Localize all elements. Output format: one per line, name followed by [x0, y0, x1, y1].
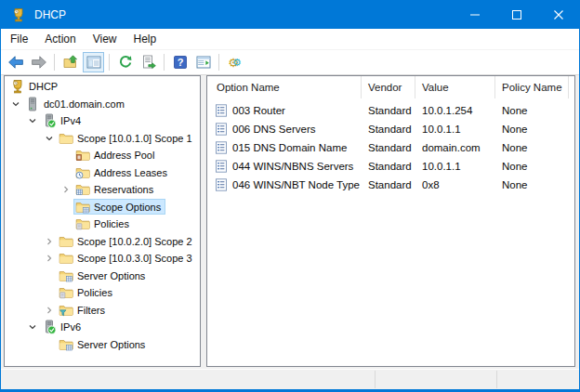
minimize-button[interactable]: [454, 1, 495, 29]
tree-item-label: Address Leases: [94, 167, 167, 178]
window-controls: [454, 1, 579, 29]
table-cell: 003 Router: [207, 104, 362, 117]
tree-item-filters[interactable]: Filters: [5, 302, 200, 320]
help-icon: ?: [173, 55, 188, 70]
tree-node: Server Options: [57, 336, 150, 352]
tree-node: DHCP: [8, 79, 62, 95]
show-console-tree-button[interactable]: [83, 52, 104, 72]
cell-text: None: [502, 105, 528, 116]
folder-pool-icon: [75, 148, 90, 163]
tree-item-label: Address Pool: [94, 150, 154, 161]
table-cell: 0x8: [415, 179, 495, 190]
table-cell: 10.0.1.1: [415, 124, 495, 135]
collapsed-chevron-icon[interactable]: [42, 251, 57, 266]
table-cell: None: [495, 142, 569, 153]
up-one-level-button[interactable]: [59, 52, 81, 72]
chevron-slot: [59, 148, 73, 163]
cell-text: Standard: [368, 161, 412, 172]
expanded-chevron-icon[interactable]: [42, 131, 57, 146]
forward-arrow-icon: [31, 55, 47, 70]
chevron-slot: [59, 216, 73, 231]
table-cell: 044 WINS/NBNS Servers: [207, 160, 362, 173]
column-header-vendor[interactable]: Vendor: [362, 76, 415, 98]
expanded-chevron-icon[interactable]: [8, 97, 23, 111]
chevron-slot: [59, 200, 73, 215]
tree-item-scope-10-0-3-0-scope-3[interactable]: Scope [10.0.3.0] Scope 3: [5, 250, 200, 268]
table-row[interactable]: 006 DNS ServersStandard10.0.1.1None: [207, 120, 574, 138]
close-icon: [554, 10, 563, 20]
forward-button[interactable]: [28, 52, 49, 72]
window-border: [1, 389, 579, 391]
export-list-button[interactable]: [138, 52, 159, 72]
tree-item-ipv6[interactable]: IPv6: [5, 319, 200, 336]
collapsed-chevron-icon[interactable]: [59, 182, 73, 197]
column-header-option-name[interactable]: Option Name: [207, 76, 362, 98]
cell-text: None: [502, 161, 528, 172]
menu-view[interactable]: View: [85, 30, 125, 48]
option-icon: [215, 104, 228, 117]
list-body: 003 RouterStandard10.0.1.254None006 DNS …: [207, 98, 574, 194]
tree-item-scope-10-0-1-0-scope-1[interactable]: Scope [10.0.1.0] Scope 1: [5, 130, 200, 148]
cell-text: domain.com: [422, 142, 481, 153]
table-row[interactable]: 015 DNS Domain NameStandarddomain.comNon…: [207, 138, 574, 157]
table-cell: None: [495, 161, 569, 172]
table-cell: 10.0.1.1: [415, 161, 495, 172]
cell-text: 0x8: [422, 179, 440, 190]
table-cell: Standard: [362, 105, 415, 116]
cell-text: Standard: [368, 179, 412, 190]
tree-item-ipv4[interactable]: IPv4: [5, 112, 200, 130]
tree-item-server-options[interactable]: Server Options: [5, 268, 200, 285]
option-icon: [215, 178, 228, 191]
tree-node: Address Pool: [73, 148, 159, 163]
column-header-value[interactable]: Value: [415, 76, 495, 98]
tree-item-scope-options[interactable]: Scope Options: [5, 199, 200, 216]
table-cell: Standard: [362, 161, 415, 172]
back-button[interactable]: [5, 52, 26, 72]
tree-node: Scope [10.0.3.0] Scope 3: [57, 251, 197, 267]
tree-node: Reservations: [73, 182, 158, 198]
menu-help[interactable]: Help: [125, 30, 165, 48]
tree-node: IPv6: [40, 320, 86, 335]
tree-item-label: Policies: [77, 287, 112, 298]
table-row[interactable]: 044 WINS/NBNS ServersStandard10.0.1.1Non…: [207, 157, 574, 176]
menu-file[interactable]: File: [2, 30, 36, 48]
titlebar[interactable]: DHCP: [1, 1, 579, 29]
cell-text: None: [502, 179, 528, 190]
collapsed-chevron-icon[interactable]: [42, 234, 57, 249]
close-button[interactable]: [537, 1, 579, 29]
tree-item-address-leases[interactable]: Address Leases: [5, 164, 200, 182]
configure-button[interactable]: ⚙⚙: [224, 52, 245, 72]
table-cell: Standard: [362, 124, 415, 135]
table-row[interactable]: 046 WINS/NBT Node TypeStandard0x8None: [207, 176, 574, 194]
dhcp-app-icon[interactable]: [11, 7, 26, 22]
tree-item-reservations[interactable]: Reservations: [5, 181, 200, 199]
menu-action[interactable]: Action: [36, 30, 84, 48]
status-bar-separator: [496, 371, 497, 388]
column-header-policy-name[interactable]: Policy Name: [495, 76, 569, 98]
tree-item-address-pool[interactable]: Address Pool: [5, 147, 200, 164]
show-action-pane-button[interactable]: [192, 52, 214, 72]
status-bar-separator: [375, 371, 376, 388]
refresh-button[interactable]: [114, 52, 136, 72]
status-bar: [1, 370, 579, 389]
chevron-slot: [42, 268, 57, 283]
tree-item-policies[interactable]: Policies: [5, 216, 200, 233]
chevron-slot: [42, 337, 57, 352]
tree-item-dc01-domain-com[interactable]: dc01.domain.com: [5, 96, 200, 113]
tree-item-policies[interactable]: Policies: [5, 284, 200, 302]
chevron-slot: [42, 285, 57, 300]
collapsed-chevron-icon[interactable]: [42, 303, 57, 318]
maximize-icon: [512, 10, 521, 20]
tree-item-label: Scope [10.0.1.0] Scope 1: [77, 133, 192, 144]
expanded-chevron-icon[interactable]: [25, 320, 40, 334]
tree-item-server-options[interactable]: Server Options: [5, 336, 200, 354]
folder-icon: [59, 251, 73, 266]
table-row[interactable]: 003 RouterStandard10.0.1.254None: [207, 101, 574, 120]
tree-item-label: Server Options: [77, 270, 145, 281]
expanded-chevron-icon[interactable]: [25, 113, 40, 128]
maximize-button[interactable]: [495, 1, 537, 29]
tree-item-scope-10-0-2-0-scope-2[interactable]: Scope [10.0.2.0] Scope 2: [5, 233, 200, 251]
minimize-icon: [470, 10, 480, 20]
help-button[interactable]: ?: [169, 52, 191, 72]
tree-item-dhcp[interactable]: DHCP: [5, 78, 200, 96]
